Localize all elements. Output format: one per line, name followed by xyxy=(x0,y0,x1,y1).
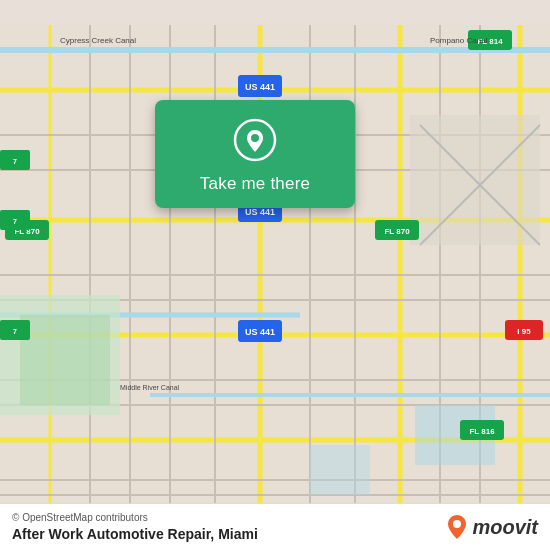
location-card[interactable]: Take me there xyxy=(155,100,355,208)
svg-rect-29 xyxy=(20,315,110,405)
svg-text:7: 7 xyxy=(13,158,17,165)
svg-point-62 xyxy=(453,520,461,528)
svg-text:Middle River Canal: Middle River Canal xyxy=(120,384,180,391)
moovit-logo: moovit xyxy=(446,513,538,541)
svg-text:Pompano Canal: Pompano Canal xyxy=(430,36,488,45)
svg-point-61 xyxy=(251,134,259,142)
location-pin-icon xyxy=(233,118,277,162)
moovit-pin-icon xyxy=(446,513,468,541)
moovit-brand-text: moovit xyxy=(472,516,538,539)
bottom-bar: © OpenStreetMap contributors After Work … xyxy=(0,503,550,550)
svg-text:FL 870: FL 870 xyxy=(384,227,410,236)
svg-text:US 441: US 441 xyxy=(245,82,275,92)
svg-text:I 95: I 95 xyxy=(517,327,531,336)
bottom-left: © OpenStreetMap contributors After Work … xyxy=(12,512,258,542)
svg-text:7: 7 xyxy=(13,218,17,225)
map-background: US 441 US 441 US 441 FL 814 FL 870 FL 87… xyxy=(0,0,550,550)
svg-rect-34 xyxy=(310,445,370,495)
svg-text:FL 816: FL 816 xyxy=(469,427,495,436)
svg-text:7: 7 xyxy=(13,328,17,335)
svg-text:Cypress Creek Canal: Cypress Creek Canal xyxy=(60,36,136,45)
take-me-there-button[interactable]: Take me there xyxy=(200,174,310,194)
map-container: US 441 US 441 US 441 FL 814 FL 870 FL 87… xyxy=(0,0,550,550)
svg-text:US 441: US 441 xyxy=(245,327,275,337)
svg-text:US 441: US 441 xyxy=(245,207,275,217)
attribution-text: © OpenStreetMap contributors xyxy=(12,512,258,523)
location-name-text: After Work Automotive Repair, Miami xyxy=(12,526,258,542)
